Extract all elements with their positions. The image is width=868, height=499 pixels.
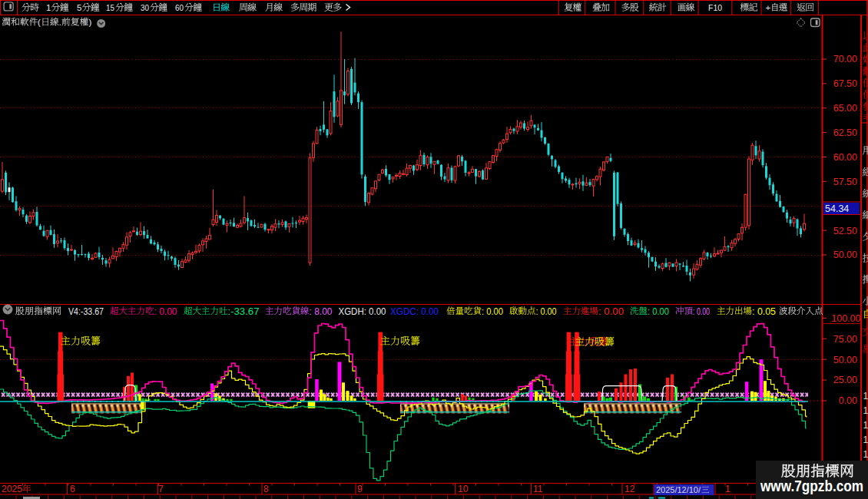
svg-text:30: 30 — [141, 3, 149, 12]
svg-text:11: 11 — [533, 484, 543, 494]
svg-text:62.50: 62.50 — [833, 127, 857, 138]
svg-text:: 0.00: : 0.00 — [536, 306, 557, 317]
svg-text:1: 1 — [46, 3, 51, 12]
svg-text:5: 5 — [77, 3, 81, 12]
svg-text:XGDC: 0.00: XGDC: 0.00 — [390, 306, 439, 317]
svg-text:15: 15 — [106, 3, 114, 12]
svg-text:65.00: 65.00 — [833, 103, 857, 114]
svg-text:9: 9 — [357, 484, 363, 494]
svg-text:54.34: 54.34 — [825, 203, 849, 214]
svg-text:50.00: 50.00 — [833, 250, 857, 260]
svg-text:1: 1 — [863, 435, 868, 445]
svg-text:67.50: 67.50 — [833, 78, 857, 89]
svg-text:0.00: 0.00 — [839, 395, 857, 406]
svg-text:): ) — [89, 18, 92, 27]
svg-text:57.50: 57.50 — [833, 177, 857, 187]
svg-text:1: 1 — [725, 484, 731, 494]
svg-text::-33.67: :-33.67 — [228, 306, 260, 317]
svg-text:50.00: 50.00 — [833, 355, 857, 365]
svg-text:75.00: 75.00 — [833, 334, 857, 345]
svg-text:70.00: 70.00 — [833, 54, 857, 64]
svg-text:52.50: 52.50 — [833, 226, 857, 236]
svg-text:12: 12 — [624, 484, 635, 494]
svg-text:1: 1 — [863, 391, 868, 402]
svg-text:: 0.00: : 0.00 — [598, 306, 624, 317]
svg-text:60: 60 — [175, 3, 184, 12]
svg-text:XGDH: 0.00: XGDH: 0.00 — [339, 306, 386, 317]
svg-text:2025: 2025 — [2, 484, 22, 494]
svg-text:6: 6 — [70, 484, 75, 494]
svg-text:8: 8 — [263, 484, 269, 494]
svg-text:(: ( — [38, 18, 41, 27]
svg-text:.: . — [59, 18, 61, 27]
svg-text:: 0.00: : 0.00 — [648, 306, 669, 317]
svg-text:60.00: 60.00 — [833, 152, 857, 163]
svg-text:100.00: 100.00 — [831, 313, 860, 324]
svg-text:+: + — [766, 3, 771, 12]
svg-text:: 0.05: : 0.05 — [752, 306, 776, 317]
svg-text:25.00: 25.00 — [833, 375, 857, 385]
svg-text:F10: F10 — [708, 3, 722, 12]
svg-text:: 0.00: : 0.00 — [154, 306, 177, 317]
svg-text:V4:-33.67: V4:-33.67 — [68, 306, 104, 317]
svg-text:www.7gpzb.com: www.7gpzb.com — [760, 478, 863, 494]
svg-text:1: 1 — [863, 420, 868, 431]
svg-text:7: 7 — [158, 484, 164, 494]
svg-text:10: 10 — [458, 484, 469, 494]
svg-text:: 8.00: : 8.00 — [310, 306, 333, 317]
svg-text:2025/12/10/: 2025/12/10/ — [656, 485, 701, 494]
svg-text:1: 1 — [863, 405, 868, 416]
svg-text:: 0.00: : 0.00 — [693, 306, 710, 317]
svg-text:1: 1 — [863, 449, 868, 460]
svg-text:: 0.00: : 0.00 — [482, 306, 503, 317]
